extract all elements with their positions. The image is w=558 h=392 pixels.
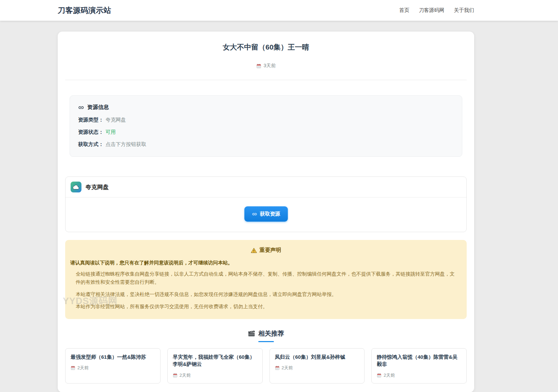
nav-item-daoke-source[interactable]: 刀客源码网 <box>419 7 444 14</box>
calendar-icon <box>377 373 382 378</box>
calendar-icon <box>275 366 280 370</box>
notice-paragraph: 本站遵守相关法律法规，坚决杜绝一切违规不良信息，如您发现任何涉嫌违规的网盘信息，… <box>70 291 462 299</box>
recommend-item-title: 静待惊鸿入翁慌（40集）陈雷雷&吴毅非 <box>377 353 461 368</box>
recommend-item-title: 早灾荒年，我福娃带飞全家（60集）李明&萨钢云 <box>173 353 257 368</box>
resource-type-value: 夸克网盘 <box>106 117 126 123</box>
article-meta: 3天前 <box>65 63 467 69</box>
resource-status-value: 可用 <box>106 129 116 135</box>
netdisk-card: 夸克网盘 获取资源 <box>65 176 467 232</box>
get-resource-button[interactable]: 获取资源 <box>244 206 288 222</box>
recommend-item-date: 2天前 <box>180 372 191 378</box>
resource-method-value: 点击下方按钮获取 <box>106 141 146 147</box>
netdisk-body: 获取资源 <box>66 198 466 232</box>
resource-type-label: 资源类型： <box>78 117 104 123</box>
recommend-heading: 相关推荐 <box>65 329 467 338</box>
recommend-item-date: 2天前 <box>282 365 293 371</box>
warning-icon <box>251 247 257 254</box>
resource-method-row: 获取方式：点击下方按钮获取 <box>78 141 454 148</box>
notice-paragraph: 本站作为非经营性网站，所有服务仅供学习交流使用，无任何收费请求，切勿上当支付。 <box>70 303 462 311</box>
recommend-underline <box>258 341 274 342</box>
recommend-card[interactable]: 静待惊鸿入翁慌（40集）陈雷雷&吴毅非 2天前 <box>371 348 467 384</box>
recommend-item-meta: 2天前 <box>173 372 257 378</box>
quark-netdisk-logo <box>71 182 81 192</box>
notice-heading: 重要声明 <box>70 247 462 254</box>
article-header: 女大不中留（60集）王一晴 3天前 <box>65 42 467 80</box>
recommend-card[interactable]: 最强发型师（61集）一然&陈沛苏 2天前 <box>65 348 161 384</box>
recommend-item-title: 最强发型师（61集）一然&陈沛苏 <box>71 353 155 361</box>
netdisk-header: 夸克网盘 <box>66 177 466 198</box>
main-nav: 首页 刀客源码网 关于我们 <box>399 7 474 14</box>
recommend-item-meta: 2天前 <box>377 372 461 378</box>
article-card: 女大不中留（60集）王一晴 3天前 资源信息 资源类型：夸克网盘 资源状态：可用 <box>58 32 474 392</box>
notice-title: 重要声明 <box>260 247 281 254</box>
resource-method-label: 获取方式： <box>78 141 104 147</box>
resource-status-label: 资源状态： <box>78 129 104 135</box>
netdisk-name: 夸克网盘 <box>86 183 109 191</box>
calendar-icon <box>71 366 75 370</box>
recommend-card[interactable]: 早灾荒年，我福娃带飞全家（60集）李明&萨钢云 2天前 <box>167 348 263 384</box>
resource-info-title: 资源信息 <box>87 104 109 111</box>
link-icon <box>252 211 257 217</box>
site-title: 刀客源码演示站 <box>58 5 111 16</box>
clapperboard-icon <box>248 330 255 337</box>
related-recommendations: 相关推荐 最强发型师（61集）一然&陈沛苏 2天前 早灾荒年，我福娃带飞全家（6… <box>65 329 467 384</box>
resource-info-box: 资源信息 资源类型：夸克网盘 资源状态：可用 获取方式：点击下方按钮获取 <box>70 95 462 157</box>
nav-item-about[interactable]: 关于我们 <box>454 7 474 14</box>
notice-paragraph: 全站链接通过蜘蛛程序收集自网盘分享链接，以非人工方式自动生成，网站本身不储存、复… <box>70 270 462 286</box>
resource-info-heading: 资源信息 <box>78 104 454 111</box>
recommend-grid: 最强发型师（61集）一然&陈沛苏 2天前 早灾荒年，我福娃带飞全家（60集）李明… <box>65 348 467 384</box>
resource-type-row: 资源类型：夸克网盘 <box>78 117 454 123</box>
notice-intro: 请认真阅读以下说明，您只有在了解并同意该说明后，才可继续访问本站。 <box>70 260 462 266</box>
recommend-item-date: 2天前 <box>384 372 395 378</box>
cloud-icon <box>73 184 79 190</box>
calendar-icon <box>256 63 261 69</box>
recommend-title: 相关推荐 <box>258 329 284 338</box>
recommend-item-meta: 2天前 <box>275 365 359 371</box>
link-icon <box>78 105 84 111</box>
resource-status-row: 资源状态：可用 <box>78 129 454 135</box>
important-notice-box: 重要声明 请认真阅读以下说明，您只有在了解并同意该说明后，才可继续访问本站。 全… <box>65 240 467 319</box>
site-header: 刀客源码演示站 首页 刀客源码网 关于我们 <box>0 0 558 21</box>
recommend-card[interactable]: 凤归云（60集）刘昱展&孙梓铖 2天前 <box>269 348 365 384</box>
page-title: 女大不中留（60集）王一晴 <box>65 42 467 52</box>
recommend-item-meta: 2天前 <box>71 365 155 371</box>
calendar-icon <box>173 373 178 378</box>
recommend-item-title: 凤归云（60集）刘昱展&孙梓铖 <box>275 353 359 361</box>
recommend-item-date: 2天前 <box>77 365 89 371</box>
get-resource-label: 获取资源 <box>260 211 280 217</box>
publish-date: 3天前 <box>264 63 276 69</box>
nav-item-home[interactable]: 首页 <box>399 7 409 14</box>
